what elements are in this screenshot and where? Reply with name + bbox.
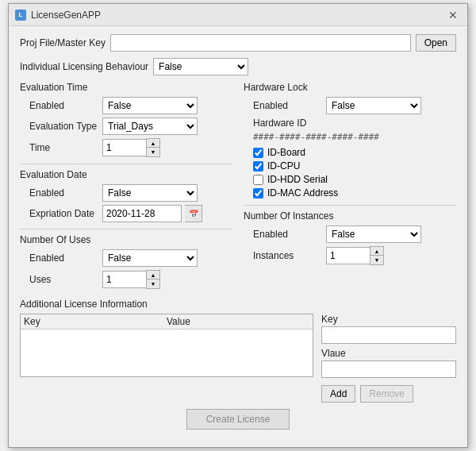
eval-date-enabled-label: Enabled xyxy=(20,187,99,199)
id-cpu-checkbox[interactable] xyxy=(253,161,263,172)
hw-enabled-row: Enabled False True xyxy=(244,97,456,114)
instances-row: Instances ▲ ▼ xyxy=(244,246,456,265)
time-increment-btn[interactable]: ▲ xyxy=(147,139,159,148)
calendar-icon[interactable]: 📅 xyxy=(185,205,202,222)
key-field-group: Key xyxy=(321,314,456,344)
uses-enabled-label: Enabled xyxy=(20,252,99,264)
eval-date-enabled-select[interactable]: False True xyxy=(102,184,198,202)
additional-inner: Key Value Key Vlaue Add xyxy=(20,314,456,403)
id-hdd-row: ID-HDD Serial xyxy=(244,174,456,185)
instances-decrement-btn[interactable]: ▼ xyxy=(370,256,383,264)
uses-label: Uses xyxy=(20,274,99,285)
proj-file-row: Proj File/Master Key Open xyxy=(20,34,456,52)
time-input[interactable] xyxy=(102,139,146,156)
number-of-instances-title: Number Of Instances xyxy=(244,210,456,222)
hardware-lock-title: Hardware Lock xyxy=(244,82,456,93)
two-col-layout: Evaluation Time Enabled False True Evalu… xyxy=(20,82,456,295)
id-board-checkbox[interactable] xyxy=(253,148,263,158)
proj-file-label: Proj File/Master Key xyxy=(20,37,106,48)
close-button[interactable]: ✕ xyxy=(445,7,461,23)
id-cpu-label: ID-CPU xyxy=(267,160,300,172)
individual-licensing-select[interactable]: False True xyxy=(153,58,248,75)
uses-input[interactable] xyxy=(102,271,146,288)
hw-id-label: Hardware ID xyxy=(244,118,323,129)
vlaue-field-label: Vlaue xyxy=(321,348,456,359)
key-value-table: Key Value xyxy=(20,314,313,377)
eval-time-row: Time ▲ ▼ xyxy=(20,138,232,157)
individual-licensing-row: Individual Licensing Behaviour False Tru… xyxy=(20,58,456,75)
vlaue-field-input[interactable] xyxy=(321,360,456,378)
expiration-date-input[interactable] xyxy=(102,205,182,222)
bottom-bar: Create License xyxy=(20,403,456,438)
additional-section: Additional License Information Key Value… xyxy=(20,299,456,403)
right-column: Hardware Lock Enabled False True Hardwar… xyxy=(244,82,456,295)
eval-type-select[interactable]: Trial_Days Trial_Hours xyxy=(102,118,198,135)
key-field-input[interactable] xyxy=(321,326,456,344)
left-column: Evaluation Time Enabled False True Evalu… xyxy=(20,82,232,295)
additional-title: Additional License Information xyxy=(20,299,456,310)
main-window: L LicenseGenAPP ✕ Proj File/Master Key O… xyxy=(8,3,468,448)
main-content: Proj File/Master Key Open Individual Lic… xyxy=(9,26,467,447)
instances-enabled-row: Enabled False True xyxy=(244,226,456,243)
expiration-label: Expriation Date xyxy=(20,208,99,219)
additional-right-panel: Key Vlaue Add Remove xyxy=(321,314,456,403)
uses-spinner-btns: ▲ ▼ xyxy=(146,270,160,289)
uses-row: Uses ▲ ▼ xyxy=(20,270,232,289)
app-title: LicenseGenAPP xyxy=(31,10,101,21)
titlebar: L LicenseGenAPP ✕ xyxy=(9,4,467,26)
evaluation-time-section: Evaluation Time Enabled False True Evalu… xyxy=(20,82,232,157)
id-mac-label: ID-MAC Address xyxy=(267,187,338,199)
instances-increment-btn[interactable]: ▲ xyxy=(370,247,383,256)
id-mac-checkbox[interactable] xyxy=(253,188,263,199)
id-hdd-label: ID-HDD Serial xyxy=(267,174,328,185)
expiration-row: Expriation Date 📅 xyxy=(20,205,232,222)
number-of-instances-section: Number Of Instances Enabled False True I… xyxy=(244,210,456,265)
proj-file-input[interactable] xyxy=(110,34,411,52)
id-cpu-row: ID-CPU xyxy=(244,160,456,172)
instances-label: Instances xyxy=(244,250,323,261)
id-mac-row: ID-MAC Address xyxy=(244,187,456,199)
number-of-uses-title: Number Of Uses xyxy=(20,234,232,245)
eval-time-enabled-label: Enabled xyxy=(20,100,99,111)
hw-checkboxes: ID-Board ID-CPU ID-HDD Serial ID-MA xyxy=(244,147,456,199)
uses-enabled-row: Enabled False True xyxy=(20,249,232,267)
instances-enabled-select[interactable]: False True xyxy=(326,226,421,243)
time-decrement-btn[interactable]: ▼ xyxy=(147,148,159,156)
app-icon: L xyxy=(15,10,26,21)
create-license-button[interactable]: Create License xyxy=(186,409,290,430)
hw-enabled-label: Enabled xyxy=(244,100,323,111)
table-header: Key Value xyxy=(21,314,313,330)
uses-spinner: ▲ ▼ xyxy=(102,270,160,289)
hw-id-row: Hardware ID xyxy=(244,118,456,129)
time-label: Time xyxy=(20,142,99,153)
hw-id-value: ####-####-####-####-#### xyxy=(244,132,456,142)
instances-enabled-label: Enabled xyxy=(244,229,323,240)
eval-time-enabled-select[interactable]: False True xyxy=(102,97,198,114)
time-spinner: ▲ ▼ xyxy=(102,138,160,157)
eval-date-enabled-row: Enabled False True xyxy=(20,184,232,202)
eval-type-label: Evaluation Type xyxy=(20,121,99,132)
id-hdd-checkbox[interactable] xyxy=(253,175,263,185)
titlebar-left: L LicenseGenAPP xyxy=(15,10,101,21)
uses-decrement-btn[interactable]: ▼ xyxy=(147,279,159,288)
id-board-row: ID-Board xyxy=(244,147,456,158)
table-area: Key Value xyxy=(20,314,313,403)
hardware-lock-section: Hardware Lock Enabled False True Hardwar… xyxy=(244,82,456,199)
add-remove-row: Add Remove xyxy=(321,385,456,403)
col-key-header: Key xyxy=(24,316,167,327)
uses-enabled-select[interactable]: False True xyxy=(102,249,198,267)
instances-input[interactable] xyxy=(326,247,370,264)
id-board-label: ID-Board xyxy=(267,147,305,158)
hw-enabled-select[interactable]: False True xyxy=(326,97,421,114)
remove-button[interactable]: Remove xyxy=(360,385,413,403)
col-value-header: Value xyxy=(167,316,309,327)
uses-increment-btn[interactable]: ▲ xyxy=(147,271,159,279)
open-button[interactable]: Open xyxy=(416,34,456,52)
evaluation-date-section: Evaluation Date Enabled False True Expri… xyxy=(20,169,232,222)
number-of-uses-section: Number Of Uses Enabled False True Uses xyxy=(20,234,232,289)
add-button[interactable]: Add xyxy=(321,385,355,403)
evaluation-date-title: Evaluation Date xyxy=(20,169,232,180)
individual-licensing-label: Individual Licensing Behaviour xyxy=(20,61,148,72)
evaluation-time-title: Evaluation Time xyxy=(20,82,232,93)
instances-spinner-btns: ▲ ▼ xyxy=(370,246,384,265)
